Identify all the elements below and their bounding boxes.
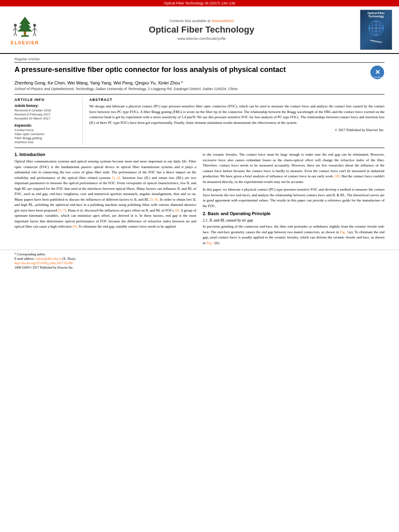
ref-5-7[interactable]: [5–7] bbox=[58, 208, 66, 212]
journal-title: Optical Fiber Technology bbox=[149, 25, 254, 35]
keywords-label: Keywords: bbox=[14, 123, 78, 127]
ref-8[interactable]: [8] bbox=[175, 208, 179, 212]
ref-5-9[interactable]: [5–9] bbox=[150, 197, 158, 201]
sciencedirect-link[interactable]: ScienceDirect bbox=[212, 19, 234, 23]
journal-cover: Optical FiberTechnology bbox=[360, 10, 392, 50]
ref-10[interactable]: [10] bbox=[334, 174, 340, 178]
page: Optical Fiber Technology 36 (2017) 134–1… bbox=[0, 0, 399, 532]
received-date: Received 8 October 2016 bbox=[14, 109, 78, 112]
journal-header: ELSEVIER Contents lists available at Sci… bbox=[0, 6, 399, 54]
svg-line-16 bbox=[35, 33, 36, 36]
elsevier-tree-icon bbox=[9, 15, 41, 39]
banner-text: Optical Fiber Technology 36 (2017) 134–1… bbox=[164, 1, 235, 5]
svg-point-11 bbox=[33, 24, 36, 27]
history-group: Article history: Received 8 October 2016… bbox=[14, 104, 78, 120]
top-banner: Optical Fiber Technology 36 (2017) 134–1… bbox=[0, 0, 399, 6]
elsevier-wordmark: ELSEVIER bbox=[11, 40, 39, 45]
svg-rect-0 bbox=[21, 35, 29, 37]
section2-sub-title: 2.1. IL and RL caused by air gap bbox=[203, 218, 385, 222]
copyright: © 2017 Published by Elsevier Inc. bbox=[89, 128, 385, 132]
section-label: Regular Articles bbox=[14, 57, 385, 63]
body-section: 1. Introduction Optical fiber communicat… bbox=[14, 148, 385, 248]
article-info-header: ARTICLE INFO bbox=[14, 98, 78, 102]
revised-date: Revised 8 February 2017 bbox=[14, 113, 78, 116]
keyword-2: Fiber optic connector bbox=[14, 132, 78, 136]
issn-line: 1068-5200/© 2017 Published by Elsevier I… bbox=[14, 266, 385, 269]
crossmark-icon: ✕ CrossMark bbox=[370, 65, 385, 80]
section2-title: 2. Basic and Operating Principle bbox=[203, 211, 385, 216]
keyword-4: Insertion loss bbox=[14, 140, 78, 144]
svg-line-15 bbox=[33, 33, 35, 36]
email-line: E-mail address: xlzhou@dlut.edu.cn (X. Z… bbox=[14, 257, 385, 261]
elsevier-logo: ELSEVIER bbox=[9, 15, 41, 45]
history-label: Article history: bbox=[14, 104, 78, 108]
doi-link[interactable]: http://dx.doi.org/10.1016/j.yofte.2017.0… bbox=[14, 261, 73, 265]
svg-point-5 bbox=[14, 24, 16, 27]
intro-para1: Optical fiber communication systems and … bbox=[14, 159, 196, 230]
abstract-column: ABSTRACT We design and fabricate a physi… bbox=[89, 98, 385, 144]
cover-title: Optical FiberTechnology bbox=[368, 12, 385, 18]
email-link[interactable]: xlzhou@dlut.edu.cn bbox=[35, 257, 62, 261]
article-meta-section: ARTICLE INFO Article history: Received 8… bbox=[14, 94, 385, 144]
svg-text:✕: ✕ bbox=[375, 69, 380, 76]
elsevier-logo-section: ELSEVIER bbox=[5, 10, 45, 50]
accepted-date: Accepted 20 March 2017 bbox=[14, 117, 78, 120]
cover-graphic bbox=[362, 20, 390, 44]
ref-1-4[interactable]: [1–4] bbox=[112, 176, 120, 180]
corresponding-author: * Corresponding author. bbox=[14, 253, 385, 256]
title-row: A pressure-sensitive fiber optic connect… bbox=[14, 65, 385, 80]
doi-line: http://dx.doi.org/10.1016/j.yofte.2017.0… bbox=[14, 261, 385, 265]
abstract-header: ABSTRACT bbox=[89, 98, 385, 102]
ref-9[interactable]: [9] bbox=[72, 224, 77, 228]
intro-para2: to the ceramic ferrules. The contact for… bbox=[203, 152, 385, 185]
fig1b-link[interactable]: Fig. 1 bbox=[206, 241, 215, 245]
fig1a-link[interactable]: Fig. 1 bbox=[340, 230, 348, 234]
article-info-column: ARTICLE INFO Article history: Received 8… bbox=[14, 98, 83, 144]
svg-line-9 bbox=[14, 33, 15, 36]
footnote-section: * Corresponding author. E-mail address: … bbox=[0, 250, 399, 271]
sciencedirect-line: Contents lists available at ScienceDirec… bbox=[169, 19, 234, 23]
svg-line-10 bbox=[15, 33, 17, 36]
svg-text:CrossMark: CrossMark bbox=[372, 76, 383, 78]
article-title: A pressure-sensitive fiber optic connect… bbox=[14, 65, 362, 74]
authors: Zhenfeng Gong, Ke Chen, Wei Wang, Yang Y… bbox=[14, 80, 385, 85]
article-section: Regular Articles A pressure-sensitive fi… bbox=[0, 54, 399, 248]
keywords-group: Keywords: Contact force Fiber optic conn… bbox=[14, 123, 78, 144]
intro-para3: In this paper, we fabricate a physical c… bbox=[203, 187, 385, 209]
body-left-column: 1. Introduction Optical fiber communicat… bbox=[14, 152, 196, 248]
journal-cover-section: Optical FiberTechnology bbox=[358, 10, 394, 50]
abstract-text: We design and fabricate a physical conta… bbox=[89, 104, 385, 125]
introduction-title: 1. Introduction bbox=[14, 152, 196, 157]
journal-title-section: Contents lists available at ScienceDirec… bbox=[49, 10, 354, 50]
keyword-3: Fiber Bragg grating bbox=[14, 136, 78, 140]
section2-para1: In precision grinding of the connector e… bbox=[203, 224, 385, 246]
journal-url: www.elsevier.com/locate/yofte bbox=[177, 37, 226, 41]
keyword-1: Contact force bbox=[14, 128, 78, 132]
affiliation: School of Physics and Optoelectronic Tec… bbox=[14, 87, 385, 91]
crossmark-section: ✕ CrossMark bbox=[366, 65, 385, 80]
body-right-column: to the ceramic ferrules. The contact for… bbox=[203, 152, 385, 248]
